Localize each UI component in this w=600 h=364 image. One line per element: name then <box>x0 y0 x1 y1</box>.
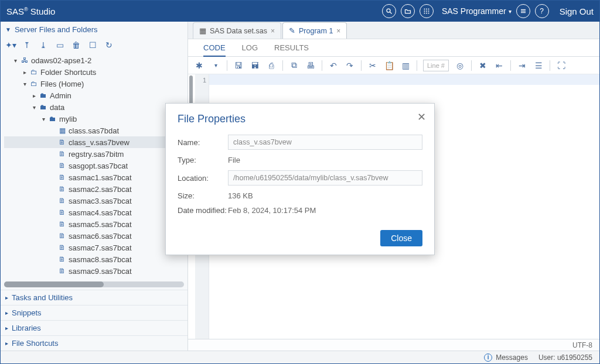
tree-label: data <box>50 103 64 112</box>
close-icon[interactable]: × <box>271 27 275 35</box>
export-icon[interactable]: ⎙ <box>266 61 277 70</box>
sign-out-link[interactable]: Sign Out <box>560 6 594 16</box>
upload-icon[interactable]: ⤒ <box>22 40 32 50</box>
more-menu-icon[interactable] <box>516 4 530 18</box>
print-icon[interactable]: 🖶 <box>305 61 316 70</box>
indent-icon[interactable]: ⇤ <box>494 61 504 70</box>
file-icon: 🗎 <box>58 220 66 228</box>
file-tree[interactable]: ▾ 🖧 odaws02-apse1-2 ▸ 🗀 Folder Shortcuts… <box>1 53 188 281</box>
tree-label: Folder Shortcuts <box>40 68 96 77</box>
save-icon[interactable]: 🖫 <box>233 61 244 70</box>
open-icon[interactable] <box>401 4 415 18</box>
role-dropdown[interactable]: SAS Programmer ▾ <box>442 6 512 16</box>
label-type: Type: <box>178 156 228 164</box>
tree-node-server[interactable]: ▾ 🖧 odaws02-apse1-2 <box>4 54 188 66</box>
tree-file-label: sasmac2.sas7bcat <box>69 185 132 194</box>
paste-icon[interactable]: 📋 <box>384 61 394 70</box>
panel-title: File Shortcuts <box>12 339 58 348</box>
tree-file-label: class.sas7bdat <box>69 126 119 135</box>
apps-icon[interactable] <box>420 4 434 18</box>
download-icon[interactable]: ⤓ <box>38 40 49 50</box>
subtab-log[interactable]: LOG <box>242 40 258 56</box>
undo-icon[interactable]: ↶ <box>328 61 339 70</box>
tree-file-label: regstry.sas7bitm <box>69 150 124 159</box>
format-icon[interactable]: ✖ <box>478 61 488 70</box>
refresh-icon[interactable]: ↻ <box>104 40 114 50</box>
run-icon[interactable]: ✱ <box>194 61 204 70</box>
clear-icon[interactable]: ▥ <box>400 61 411 70</box>
cut-icon[interactable]: ✂ <box>367 61 378 70</box>
messages-button[interactable]: i Messages <box>484 353 528 362</box>
folder-icon: 🖿 <box>39 91 47 99</box>
user-value: u61950255 <box>557 353 592 362</box>
search-icon[interactable] <box>382 4 396 18</box>
redo-icon[interactable]: ↷ <box>345 61 355 70</box>
field-location[interactable] <box>228 170 422 186</box>
chevron-down-icon: ▾ <box>31 104 37 111</box>
tree-file-item[interactable]: 🗎sasmac2.sas7bcat <box>4 183 188 195</box>
find-icon[interactable]: ◎ <box>455 61 465 70</box>
file-icon: 🗎 <box>58 232 66 240</box>
tree-node-data[interactable]: ▾ 🖿 data <box>4 101 188 113</box>
tree-file-item[interactable]: 🗎regstry.sas7bitm <box>4 148 188 160</box>
tree-file-item[interactable]: 🗎sasmac7.sas7bcat <box>4 242 188 253</box>
tree-file-label: sasgopt.sas7bcat <box>69 162 128 170</box>
tree-file-item[interactable]: 🗎sasmac3.sas7bcat <box>4 195 188 207</box>
panel-tasks[interactable]: ▸ Tasks and Utilities <box>1 290 188 305</box>
outdent-icon[interactable]: ⇥ <box>517 61 527 70</box>
tree-file-item[interactable]: 🗎sasmac8.sas7bcat <box>4 253 188 265</box>
tree-file-item[interactable]: 🗎sasmac1.sas7bcat <box>4 171 188 183</box>
tab-sas-data-set[interactable]: ▦ SAS Data set.sas × <box>193 22 281 39</box>
new-folder-icon[interactable]: ▭ <box>54 40 65 50</box>
file-icon: 🗎 <box>58 267 66 275</box>
tab-program-1[interactable]: ✎ Program 1 × <box>282 22 347 39</box>
tree-node-admin[interactable]: ▸ 🖿 Admin <box>4 90 188 101</box>
properties-icon[interactable]: ☐ <box>87 40 98 50</box>
new-icon[interactable]: ✦▾ <box>5 40 16 50</box>
panel-snippets[interactable]: ▸ Snippets <box>1 305 188 320</box>
tree-node-files-home[interactable]: ▾ 🗀 Files (Home) <box>4 78 188 90</box>
field-name[interactable] <box>228 135 422 150</box>
tree-file-item[interactable]: 🗎sasmac5.sas7bcat <box>4 218 188 230</box>
tree-file-item[interactable]: ▦class.sas7bdat <box>4 125 188 136</box>
tree-node-folder-shortcuts[interactable]: ▸ 🗀 Folder Shortcuts <box>4 66 188 78</box>
file-properties-dialog: ✕ File Properties Name: Type: File Locat… <box>165 103 435 255</box>
chevron-right-icon: ▸ <box>22 69 28 75</box>
label-size: Size: <box>178 191 228 200</box>
maximize-icon[interactable]: ⛶ <box>556 61 567 70</box>
tree-node-mylib[interactable]: ▾ 🖿 mylib <box>4 113 188 125</box>
save-as-icon[interactable]: 🖬 <box>250 61 260 70</box>
horizontal-scrollbar[interactable] <box>4 281 184 287</box>
home-icon: 🗀 <box>30 80 38 88</box>
snippet-icon[interactable]: ☰ <box>533 61 544 70</box>
goto-line-input[interactable]: Line # <box>423 60 449 71</box>
close-icon[interactable]: ✕ <box>417 111 426 123</box>
code-line[interactable] <box>209 74 599 85</box>
panel-libraries[interactable]: ▸ Libraries <box>1 320 188 335</box>
tree-file-item[interactable]: 🗎sasmac6.sas7bcat <box>4 230 188 242</box>
svg-point-5 <box>424 11 425 12</box>
panel-file-shortcuts[interactable]: ▸ File Shortcuts <box>1 335 188 351</box>
help-icon[interactable]: ? <box>535 4 549 18</box>
editor-statusbar: UTF-8 <box>188 339 599 351</box>
panel-server-files[interactable]: ▼ Server Files and Folders <box>1 22 188 37</box>
svg-point-3 <box>426 9 427 10</box>
sidebar: ▼ Server Files and Folders ✦▾ ⤒ ⤓ ▭ 🗑 ☐ … <box>1 22 188 351</box>
copy-icon[interactable]: ⧉ <box>289 60 299 70</box>
close-icon[interactable]: × <box>336 27 340 35</box>
subtab-code[interactable]: CODE <box>203 40 226 57</box>
run-menu-chevron-icon[interactable]: ▾ <box>210 62 221 68</box>
panel-title: Libraries <box>12 324 41 332</box>
file-icon: 🗎 <box>58 208 66 217</box>
tree-file-item[interactable]: 🗎sasmac9.sas7bcat <box>4 265 188 277</box>
tree-file-item[interactable]: 🗎sasmac4.sas7bcat <box>4 207 188 218</box>
scrollbar-thumb[interactable] <box>4 281 104 287</box>
value-modified: Feb 8, 2024, 10:17:54 PM <box>228 206 316 215</box>
tree-file-item[interactable]: 🗎class_v.sas7bvew <box>4 136 188 148</box>
subtab-results[interactable]: RESULTS <box>274 40 309 56</box>
panel-title: Snippets <box>12 308 42 317</box>
delete-icon[interactable]: 🗑 <box>71 40 81 50</box>
dataset-icon: ▦ <box>58 126 66 135</box>
close-button[interactable]: Close <box>380 230 422 246</box>
tree-file-item[interactable]: 🗎sasgopt.sas7bcat <box>4 160 188 171</box>
